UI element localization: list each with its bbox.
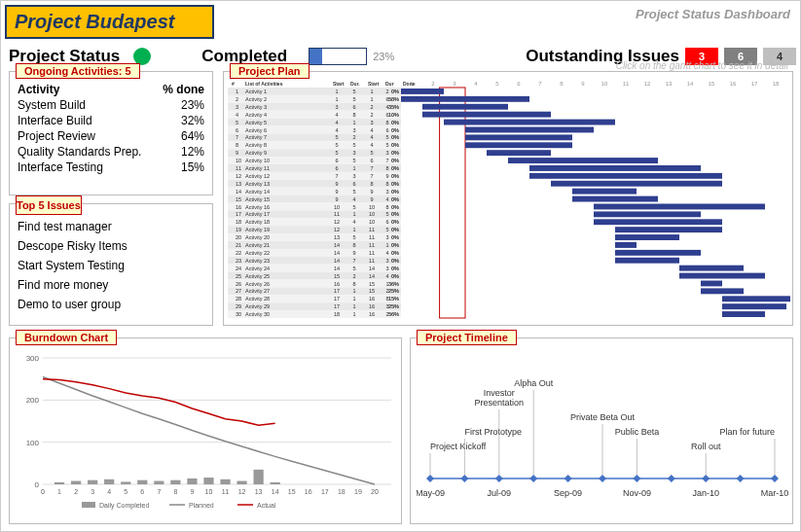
svg-text:0%: 0% [391, 89, 399, 94]
svg-rect-106 [487, 150, 551, 156]
svg-text:7: 7 [370, 165, 373, 171]
svg-text:5: 5 [352, 204, 355, 210]
svg-text:Activity 19: Activity 19 [245, 227, 270, 232]
svg-text:26: 26 [236, 281, 241, 287]
svg-text:9: 9 [385, 173, 388, 179]
svg-text:7: 7 [385, 158, 388, 163]
svg-text:12: 12 [236, 173, 241, 179]
svg-text:24: 24 [236, 266, 241, 271]
svg-text:11: 11 [369, 227, 375, 232]
svg-rect-250 [679, 273, 765, 279]
svg-rect-79 [465, 127, 594, 133]
svg-text:7: 7 [236, 134, 238, 140]
svg-text:0%: 0% [391, 227, 399, 232]
svg-text:First Prototype: First Prototype [464, 427, 522, 437]
activity-pct: 12% [158, 144, 204, 160]
svg-text:7: 7 [157, 488, 161, 495]
svg-text:16: 16 [369, 296, 375, 301]
issues-title: Top 5 Issues [16, 195, 82, 215]
svg-text:17: 17 [334, 303, 340, 309]
svg-text:1: 1 [57, 488, 61, 495]
svg-text:5: 5 [352, 158, 355, 163]
top-issues-panel: Top 5 Issues Find test managerDescope Ri… [9, 203, 213, 326]
col-pct: % done [158, 82, 204, 97]
svg-text:0: 0 [41, 488, 45, 495]
svg-text:9: 9 [335, 189, 338, 195]
svg-rect-241 [679, 266, 744, 271]
svg-text:11: 11 [369, 258, 375, 264]
svg-text:Mar-10: Mar-10 [761, 488, 788, 498]
svg-text:0%: 0% [391, 181, 399, 187]
svg-text:Project Kickoff: Project Kickoff [430, 442, 487, 451]
svg-text:0: 0 [35, 480, 40, 489]
svg-text:5: 5 [370, 150, 373, 156]
burndown-panel: Burndown Chart 0100200300012345678910111… [9, 337, 402, 524]
svg-text:List of Activities: List of Activities [245, 81, 283, 87]
svg-rect-205 [615, 234, 679, 240]
svg-text:3: 3 [352, 127, 355, 133]
svg-text:5: 5 [352, 266, 355, 271]
svg-text:Investor: Investor [484, 388, 515, 398]
svg-rect-34 [401, 89, 444, 94]
svg-text:1: 1 [352, 296, 355, 301]
issue-item: Descope Risky Items [18, 236, 204, 256]
svg-text:14: 14 [334, 242, 340, 248]
svg-text:0%: 0% [391, 150, 399, 156]
svg-text:0%: 0% [391, 250, 399, 256]
svg-text:0%: 0% [391, 273, 399, 279]
svg-text:17: 17 [334, 288, 340, 294]
svg-text:4: 4 [236, 112, 238, 118]
svg-text:13: 13 [255, 488, 263, 495]
activity-pct: 64% [158, 128, 204, 144]
svg-text:Jul-09: Jul-09 [488, 488, 512, 498]
svg-text:1: 1 [370, 89, 373, 94]
svg-text:1: 1 [352, 227, 355, 232]
burndown-title: Burndown Chart [16, 330, 117, 345]
svg-text:Activity 20: Activity 20 [245, 234, 270, 240]
svg-text:29: 29 [236, 303, 241, 309]
svg-text:11: 11 [222, 488, 230, 495]
activity-name: System Build [18, 97, 158, 113]
svg-text:7: 7 [538, 81, 542, 87]
svg-rect-97 [465, 142, 572, 148]
svg-text:5: 5 [385, 211, 388, 217]
activity-name: Interface Build [18, 113, 158, 128]
svg-text:Public Beta: Public Beta [615, 427, 660, 437]
svg-text:2: 2 [352, 134, 355, 140]
svg-text:4: 4 [352, 219, 355, 225]
svg-text:2: 2 [370, 104, 373, 110]
project-title: Project Budapest [5, 5, 214, 39]
project-plan-panel[interactable]: Project Plan Click on the gantt chart to… [223, 71, 793, 326]
svg-text:10%: 10% [388, 112, 399, 118]
svg-text:17: 17 [334, 296, 340, 301]
svg-text:8: 8 [352, 281, 355, 287]
svg-text:16: 16 [369, 303, 375, 309]
svg-text:2: 2 [236, 96, 238, 102]
svg-text:12: 12 [238, 488, 246, 495]
svg-text:Done: Done [403, 81, 416, 87]
svg-text:Activity 18: Activity 18 [245, 219, 270, 225]
svg-text:6: 6 [236, 127, 238, 133]
svg-text:11: 11 [369, 234, 375, 240]
svg-text:19: 19 [236, 227, 241, 232]
svg-text:1: 1 [236, 89, 238, 94]
svg-text:Start: Start [368, 81, 380, 87]
svg-text:8: 8 [385, 120, 388, 125]
svg-rect-329 [121, 481, 130, 484]
svg-text:18: 18 [773, 81, 780, 87]
svg-text:4: 4 [370, 142, 373, 148]
svg-text:#: # [232, 81, 235, 87]
svg-text:4: 4 [370, 134, 373, 140]
svg-text:2: 2 [74, 488, 78, 495]
svg-text:2: 2 [370, 112, 373, 118]
svg-text:2: 2 [385, 89, 388, 94]
svg-rect-330 [137, 480, 147, 484]
svg-text:10: 10 [205, 488, 213, 495]
svg-text:1: 1 [335, 96, 338, 102]
svg-text:2: 2 [431, 81, 435, 87]
svg-rect-214 [615, 242, 637, 248]
svg-text:Activity 3: Activity 3 [245, 104, 267, 110]
svg-text:4: 4 [385, 273, 388, 279]
svg-text:8: 8 [352, 242, 355, 248]
svg-text:30: 30 [236, 311, 241, 317]
